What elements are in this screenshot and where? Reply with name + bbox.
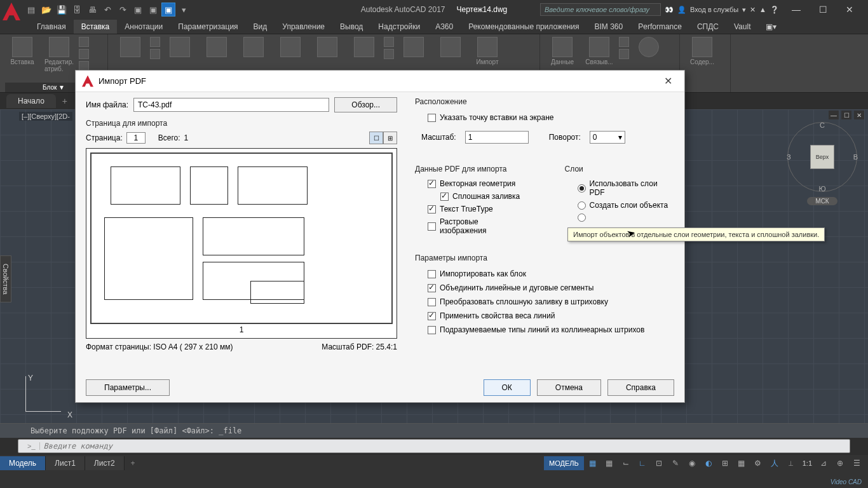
binoculars-icon[interactable]: 👀 — [665, 6, 674, 14]
annomonitor-toggle[interactable]: 人 — [767, 456, 782, 470]
page-preview[interactable]: 1 — [86, 148, 397, 339]
tab-manage[interactable]: Управление — [275, 20, 332, 34]
create-object-layers-radio[interactable] — [578, 201, 586, 210]
exchange-icon[interactable]: ✕ — [750, 6, 756, 14]
ribbon-sm-g2[interactable] — [384, 49, 394, 59]
layout-tab-sheet2[interactable]: Лист2 — [85, 456, 125, 470]
truetype-text-checkbox[interactable] — [428, 205, 436, 214]
lineweight-checkbox[interactable] — [428, 312, 436, 320]
tab-a360[interactable]: A360 — [428, 20, 461, 34]
toggle-7[interactable]: ◉ — [684, 456, 700, 470]
grid-toggle[interactable]: ▦ — [585, 456, 600, 470]
convert-hatch-checkbox[interactable] — [428, 298, 436, 306]
customize-button[interactable]: ☰ — [849, 456, 864, 470]
qat-new-icon[interactable]: ▤ — [24, 3, 38, 17]
ribbon-btn-e[interactable] — [273, 37, 308, 57]
insert-block-button[interactable]: Вставка — [5, 37, 39, 65]
annotation-scale[interactable]: 1:1 — [800, 459, 815, 467]
import-button[interactable]: Импорт — [470, 37, 505, 65]
infer-linetypes-checkbox[interactable] — [428, 326, 436, 334]
ribbon-btn-d[interactable] — [236, 37, 271, 57]
small-icon-2[interactable] — [79, 49, 89, 59]
filename-input[interactable] — [133, 98, 329, 112]
qat-highlighted-icon[interactable]: ▣ — [161, 3, 175, 17]
cancel-button[interactable]: Отмена — [537, 379, 601, 396]
ribbon-sm-g1[interactable] — [384, 37, 394, 47]
ribbon-sm-a1[interactable] — [150, 37, 160, 47]
tab-view[interactable]: Вид — [246, 20, 275, 34]
tab-annotate[interactable]: Аннотации — [117, 20, 170, 34]
tab-featured-apps[interactable]: Рекомендованные приложения — [461, 20, 587, 34]
ortho-toggle[interactable]: ∟ — [635, 456, 650, 470]
transparency-toggle[interactable]: ▦ — [734, 456, 749, 470]
window-close-button[interactable]: ✕ — [836, 0, 863, 19]
tab-output[interactable]: Вывод — [332, 20, 370, 34]
ribbon-btn-f[interactable] — [310, 37, 344, 57]
qat-save-icon[interactable]: 💾 — [55, 3, 69, 17]
ribbon-sm-a2[interactable] — [150, 49, 160, 59]
toggle-6[interactable]: ✎ — [668, 456, 683, 470]
viewport-close[interactable]: ✕ — [854, 111, 864, 119]
tab-performance[interactable]: Performance — [630, 20, 689, 34]
single-view-button[interactable]: ☐ — [369, 132, 383, 144]
snap-toggle[interactable]: ▦ — [602, 456, 617, 470]
lw-toggle[interactable]: ⊞ — [717, 456, 733, 470]
parameters-button[interactable]: Параметры... — [86, 379, 170, 396]
tab-home[interactable]: Главная — [29, 20, 74, 34]
ribbon-btn-i[interactable] — [433, 37, 468, 57]
qat-open-icon[interactable]: 📂 — [39, 3, 53, 17]
qat-saveas-icon[interactable]: 🗄 — [70, 3, 84, 17]
link-sm-2[interactable] — [619, 49, 629, 59]
signin-label[interactable]: Вход в службы — [690, 6, 738, 13]
tab-insert[interactable]: Вставка — [74, 20, 118, 34]
help-icon[interactable]: ❔ — [770, 6, 779, 14]
polar-toggle[interactable]: ⊡ — [651, 456, 667, 470]
command-input[interactable] — [44, 442, 844, 451]
small-icon-1[interactable] — [79, 37, 89, 47]
grid-view-button[interactable]: ⊞ — [383, 132, 397, 144]
current-layer-radio[interactable] — [578, 214, 586, 222]
ribbon-btn-b[interactable] — [163, 37, 197, 57]
toggle-11[interactable]: ⚙ — [750, 456, 766, 470]
window-minimize-button[interactable]: — — [783, 0, 810, 19]
ribbon-minimize-icon[interactable]: ▣▾ — [758, 20, 784, 34]
join-segments-checkbox[interactable] — [428, 284, 436, 292]
scale-input[interactable] — [465, 131, 529, 144]
use-pdf-layers-radio[interactable] — [578, 184, 586, 193]
page-number-input[interactable] — [126, 132, 146, 144]
tab-spds[interactable]: СПДС — [689, 20, 726, 34]
qat-print-icon[interactable]: 🖶 — [85, 3, 99, 17]
layout-tab-sheet1[interactable]: Лист1 — [46, 456, 85, 470]
start-tab[interactable]: Начало — [6, 94, 56, 108]
vector-geometry-checkbox[interactable] — [428, 180, 436, 188]
qat-extra1-icon[interactable]: ▣ — [131, 3, 145, 17]
infocenter-search-input[interactable]: Введите ключевое слово/фразу — [540, 3, 661, 16]
modelspace-button[interactable]: МОДЕЛЬ — [544, 456, 584, 470]
raster-images-checkbox[interactable] — [428, 222, 436, 231]
qat-extra2-icon[interactable]: ▣ — [146, 3, 160, 17]
qat-dropdown-icon[interactable]: ▾ — [177, 3, 191, 17]
content-button[interactable]: Содер... — [685, 37, 719, 65]
window-maximize-button[interactable]: ☐ — [810, 0, 836, 19]
dialog-titlebar[interactable]: Импорт PDF ✕ — [76, 71, 684, 92]
toggle-3[interactable]: ⌙ — [618, 456, 634, 470]
qat-undo-icon[interactable]: ↶ — [100, 3, 114, 17]
tab-bim360[interactable]: BIM 360 — [587, 20, 631, 34]
qat-redo-icon[interactable]: ↷ — [116, 3, 130, 17]
add-layout-button[interactable]: + — [125, 456, 142, 470]
import-as-block-checkbox[interactable] — [428, 270, 436, 278]
tab-vault[interactable]: Vault — [726, 20, 758, 34]
ribbon-btn-a[interactable] — [113, 37, 147, 57]
wcs-button[interactable]: МСК — [807, 197, 837, 205]
viewcube[interactable]: Верх С Ю В З МСК — [784, 122, 860, 205]
osnap-toggle[interactable]: ◐ — [701, 456, 716, 470]
specify-point-checkbox[interactable] — [428, 114, 436, 122]
viewcube-top[interactable]: Верх — [810, 145, 834, 169]
tab-addins[interactable]: Надстройки — [370, 20, 428, 34]
command-input-row[interactable]: >_ — [18, 439, 850, 453]
viewport-label[interactable]: [–][Сверху][2D- — [19, 112, 72, 121]
location-button[interactable] — [632, 37, 666, 57]
ribbon-btn-h[interactable] — [397, 37, 431, 57]
annoscale-toggle[interactable]: ⟂ — [783, 456, 799, 470]
ribbon-btn-c[interactable] — [200, 37, 234, 57]
